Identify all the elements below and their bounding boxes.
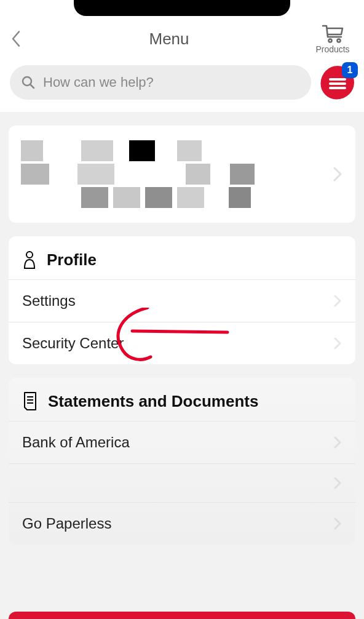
chevron-right-icon (333, 517, 342, 530)
back-button[interactable] (10, 28, 27, 50)
settings-row[interactable]: Settings (9, 279, 355, 322)
search-icon (21, 75, 36, 90)
chat-assistant-button[interactable]: 1 (321, 66, 354, 99)
chevron-right-icon (333, 294, 342, 308)
go-paperless-row[interactable]: Go Paperless (9, 502, 355, 545)
products-label: Products (315, 44, 349, 54)
products-button[interactable]: Products (311, 23, 354, 54)
chevron-right-icon (332, 166, 343, 183)
bottom-red-bar (9, 612, 355, 619)
profile-card: Profile Settings Security Center (9, 236, 355, 364)
statements-header: Statements and Documents (9, 378, 355, 421)
profile-title: Profile (47, 250, 97, 270)
chevron-right-icon (333, 337, 342, 350)
chevron-right-icon (333, 476, 342, 490)
search-row: How can we help? 1 (0, 59, 364, 112)
document-icon (22, 391, 38, 411)
go-paperless-label: Go Paperless (22, 515, 111, 532)
search-placeholder: How can we help? (43, 74, 154, 90)
notification-badge: 1 (342, 62, 358, 78)
chevron-right-icon (333, 436, 342, 449)
statements-card: Statements and Documents Bank of America… (9, 378, 355, 545)
security-center-row[interactable]: Security Center (9, 322, 355, 364)
redacted-user-info (21, 140, 332, 208)
svg-point-4 (26, 252, 33, 258)
search-input[interactable]: How can we help? (10, 65, 311, 100)
status-bar (0, 0, 364, 17)
cart-icon (320, 23, 345, 43)
chat-icon (329, 76, 346, 89)
settings-label: Settings (22, 292, 76, 310)
user-info-card[interactable] (9, 126, 355, 223)
page-title: Menu (27, 30, 311, 49)
svg-point-0 (329, 39, 332, 42)
profile-header: Profile (9, 236, 355, 279)
svg-point-1 (338, 39, 341, 42)
bank-of-america-row[interactable]: Bank of America (9, 421, 355, 463)
header: Menu Products (0, 17, 364, 59)
security-center-label: Security Center (22, 335, 124, 352)
person-icon (22, 250, 37, 270)
statements-title: Statements and Documents (48, 392, 258, 411)
bank-of-america-label: Bank of America (22, 434, 130, 451)
svg-line-3 (30, 84, 34, 88)
statements-blank-row[interactable] (9, 463, 355, 502)
